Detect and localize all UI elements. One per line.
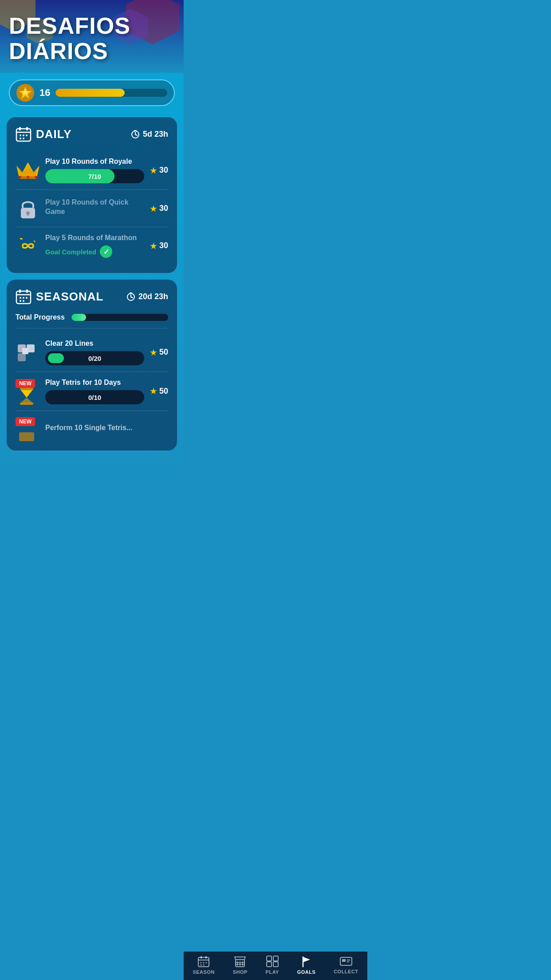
marathon-completed: Goal Completed ✓ [45,245,144,258]
royale-reward-count: 30 [159,166,168,175]
seasonal-clear-lines: Clear 20 Lines 0/20 ★ 50 [16,333,168,372]
page-title: DESAFIOS DIÁRIOS [9,13,175,64]
xp-bar-track [55,89,167,97]
svg-rect-43 [18,353,26,361]
goal-completed-text: Goal Completed [45,248,96,256]
daily-header-left: DAILY [16,126,72,142]
seasonal-card-header: SEASONAL 20d 23h [16,288,168,304]
marathon-reward: ★ 30 [150,241,168,251]
clear-lines-reward: ★ 50 [150,347,168,358]
royale-info: Play 10 Rounds of Royale 7/10 [45,157,144,183]
royale-star-icon: ★ [150,165,157,176]
svg-rect-5 [26,127,28,130]
royale-icon-wrap [16,158,40,182]
seasonal-header-left: SEASONAL [16,288,103,304]
daily-timer: 5d 23h [130,129,168,139]
svg-point-9 [26,134,28,136]
clear-lines-label: 0/20 [88,354,101,362]
clear-lines-progress-track: 0/20 [45,351,144,365]
seasonal-timer: 20d 23h [126,292,168,301]
svg-rect-48 [19,432,34,441]
challenge-marathon: Play 5 Rounds of Marathon Goal Completed… [16,227,168,264]
seasonal-card: SEASONAL 20d 23h Total Progress [7,280,177,450]
marathon-icon [16,234,39,257]
svg-rect-46 [20,388,33,390]
hourglass-icon [16,385,38,407]
svg-rect-4 [19,127,21,130]
svg-point-33 [20,297,21,299]
svg-point-34 [23,297,24,299]
clear-lines-toggle [48,353,64,363]
clear-lines-star-icon: ★ [150,347,157,358]
daily-timer-text: 5d 23h [143,130,168,139]
svg-point-20 [19,176,21,178]
daily-card-header: DAILY 5d 23h [16,126,168,142]
seasonal-calendar-icon [16,288,31,304]
challenge-quick-game: Play 10 Rounds of Quick Game ★ 30 [16,190,168,227]
svg-marker-17 [17,165,39,176]
royale-progress-track: 7/10 [45,169,144,183]
svg-point-21 [35,176,37,178]
clear-lines-icon-wrap [16,340,40,364]
daily-timer-icon [130,129,140,139]
xp-level: 16 [39,87,50,99]
svg-point-10 [20,138,21,139]
marathon-icon-wrap [16,233,40,258]
marathon-reward-count: 30 [159,241,168,250]
svg-line-41 [131,297,133,298]
svg-rect-24 [27,213,29,216]
total-progress-track [71,314,168,321]
marathon-name: Play 5 Rounds of Marathon [45,233,144,243]
tetris-days-new-badge: NEW [16,379,35,388]
total-progress-label: Total Progress [16,313,65,321]
tetris-days-star-icon: ★ [150,386,157,396]
svg-rect-13 [134,130,137,131]
perform-icon [16,423,38,446]
tetris-days-info: Play Tetris for 10 Days 0/10 [45,378,144,404]
royale-progress-label: 7/10 [88,173,101,180]
perform-name: Perform 10 Single Tetris... [45,423,168,433]
tetris-days-progress-track: 0/10 [45,390,144,404]
perform-new-badge: NEW [16,417,35,426]
seasonal-timer-text: 20d 23h [138,292,168,301]
quick-game-reward-count: 30 [159,204,168,213]
svg-point-36 [20,300,21,302]
tblock-icon [16,340,38,362]
tetris-days-icon-wrap: NEW [16,379,40,403]
total-progress-row: Total Progress [16,313,168,321]
daily-title: DAILY [36,127,72,141]
seasonal-title: SEASONAL [36,290,103,304]
check-icon: ✓ [100,245,112,258]
header: DESAFIOS DIÁRIOS [0,0,184,73]
marathon-info: Play 5 Rounds of Marathon Goal Completed… [45,233,144,258]
royale-progress-fill [45,169,114,183]
seasonal-tetris-days: NEW Play Tetris for 10 Days 0/10 ★ 50 [16,372,168,411]
quick-game-info: Play 10 Rounds of Quick Game [45,198,144,219]
svg-rect-45 [22,348,28,354]
xp-bar-fill [55,89,125,97]
crown-icon [16,160,39,180]
challenge-royale: Play 10 Rounds of Royale 7/10 ★ 30 [16,151,168,190]
svg-rect-47 [20,403,33,405]
tetris-days-reward-count: 50 [159,387,168,396]
svg-line-28 [34,241,35,242]
main-content: DAILY 5d 23h [0,113,184,492]
svg-point-7 [20,134,21,136]
svg-point-8 [23,134,24,136]
svg-rect-39 [130,292,132,294]
quick-game-name: Play 10 Rounds of Quick Game [45,198,144,217]
xp-bar-container: 16 [9,79,175,106]
svg-point-11 [23,138,24,139]
royale-reward: ★ 30 [150,165,168,176]
total-progress-fill [71,314,86,321]
quick-game-reward: ★ 30 [150,203,168,214]
seasonal-timer-icon [126,292,136,301]
perform-icon-wrap: NEW [16,417,40,442]
tetris-days-label: 0/10 [88,393,101,401]
perform-info: Perform 10 Single Tetris... [45,423,168,435]
tetris-days-reward: ★ 50 [150,386,168,396]
marathon-star-icon: ★ [150,241,157,251]
quick-game-star-icon: ★ [150,203,157,214]
total-divider [16,328,168,328]
seasonal-perform: NEW Perform 10 Single Tetris... [16,411,168,442]
